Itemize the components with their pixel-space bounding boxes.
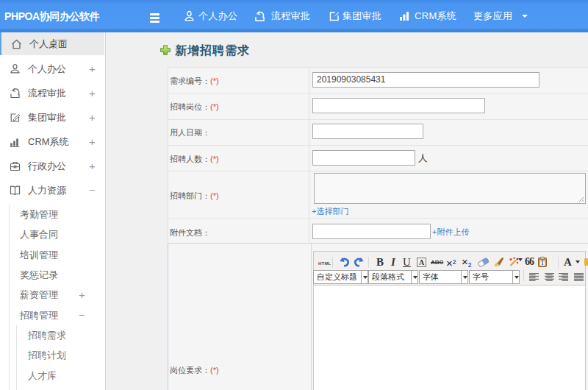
svg-text:T: T — [540, 260, 544, 266]
